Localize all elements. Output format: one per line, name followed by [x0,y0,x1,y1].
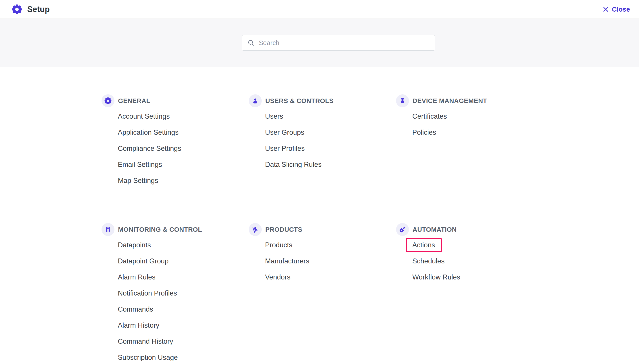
item-label: Commands [118,305,153,313]
section-title: MONITORING & CONTROL [118,226,202,233]
section-users-controls: USERS & CONTROLS Users User Groups User … [249,94,396,173]
item-label: Vendors [265,273,290,281]
section-monitoring-control: MONITORING & CONTROL Datapoints Datapoin… [102,223,249,364]
item-label: Command History [118,338,173,346]
search-icon [247,39,255,46]
search-box[interactable] [242,35,435,51]
setup-item-vendors[interactable]: Vendors [265,269,396,285]
setup-item-account-settings[interactable]: Account Settings [118,108,249,124]
item-label: User Profiles [265,144,304,152]
setup-content: GENERAL Account Settings Application Set… [0,67,639,364]
setup-item-commands[interactable]: Commands [118,301,249,318]
section-title: USERS & CONTROLS [265,97,334,104]
item-label: User Groups [265,128,304,136]
section-header: GENERAL [102,94,249,107]
section-title: PRODUCTS [265,226,302,233]
close-icon [602,6,609,13]
item-label: Notification Profiles [118,289,177,297]
setup-item-application-settings[interactable]: Application Settings [118,124,249,140]
item-label: Alarm Rules [118,273,156,281]
item-label: Certificates [412,112,447,120]
setup-item-workflow-rules[interactable]: Workflow Rules [412,269,543,285]
item-label: Email Settings [118,160,162,168]
section-header: DEVICE MANAGEMENT [396,94,543,107]
sliders-icon [102,223,114,236]
section-automation: AUTOMATION Actions Schedules Workflow Ru… [396,223,543,285]
section-items: Actions Schedules Workflow Rules [412,237,543,285]
section-header: PRODUCTS [249,223,396,236]
search-band [0,19,639,67]
item-label: Datapoints [118,241,151,249]
gear-icon [102,94,114,107]
handtruck-icon [249,223,262,236]
topbar: Setup Close [0,0,639,19]
item-label: Schedules [412,257,445,265]
section-general: GENERAL Account Settings Application Set… [102,94,249,189]
setup-item-policies[interactable]: Policies [412,124,543,140]
item-label: Manufacturers [265,257,309,265]
item-label: Actions [412,241,435,249]
user-icon [249,94,262,107]
section-header: AUTOMATION [396,223,543,236]
item-label: Policies [412,128,436,136]
section-device-management: DEVICE MANAGEMENT Certificates Policies [396,94,543,140]
setup-item-actions[interactable]: Actions [412,237,543,253]
setup-item-subscription-usage[interactable]: Subscription Usage [118,350,249,364]
search-input[interactable] [259,39,430,46]
setup-item-datapoint-group[interactable]: Datapoint Group [118,253,249,269]
section-title: GENERAL [118,97,150,104]
setup-item-alarm-history[interactable]: Alarm History [118,318,249,334]
topbar-left: Setup [12,4,50,15]
gear-wrench-icon [396,223,409,236]
section-items: Products Manufacturers Vendors [265,237,396,285]
section-title: AUTOMATION [412,226,457,233]
section-items: Datapoints Datapoint Group Alarm Rules N… [118,237,249,364]
item-label: Application Settings [118,128,178,136]
setup-item-data-slicing-rules[interactable]: Data Slicing Rules [265,156,396,173]
setup-item-user-profiles[interactable]: User Profiles [265,140,396,156]
highlight-box: Actions [406,238,442,252]
section-header: MONITORING & CONTROL [102,223,249,236]
setup-item-certificates[interactable]: Certificates [412,108,543,124]
setup-item-compliance-settings[interactable]: Compliance Settings [118,140,249,156]
close-button[interactable]: Close [602,6,630,13]
section-items: Certificates Policies [412,108,543,140]
setup-item-notification-profiles[interactable]: Notification Profiles [118,285,249,301]
item-label: Alarm History [118,322,159,330]
section-header: USERS & CONTROLS [249,94,396,107]
page-title: Setup [27,5,50,14]
setup-item-email-settings[interactable]: Email Settings [118,156,249,173]
close-label: Close [612,6,630,13]
setup-item-alarm-rules[interactable]: Alarm Rules [118,269,249,285]
setup-item-users[interactable]: Users [265,108,396,124]
item-label: Account Settings [118,112,170,120]
section-title: DEVICE MANAGEMENT [412,97,487,104]
item-label: Workflow Rules [412,273,460,281]
device-wifi-icon [396,94,409,107]
item-label: Subscription Usage [118,354,178,362]
section-products: PRODUCTS Products Manufacturers Vendors [249,223,396,285]
item-label: Map Settings [118,177,158,185]
section-items: Account Settings Application Settings Co… [118,108,249,189]
item-label: Products [265,241,292,249]
setup-item-command-history[interactable]: Command History [118,334,249,350]
setup-item-datapoints[interactable]: Datapoints [118,237,249,253]
setup-item-user-groups[interactable]: User Groups [265,124,396,140]
sections-grid: GENERAL Account Settings Application Set… [102,94,639,364]
setup-item-products[interactable]: Products [265,237,396,253]
item-label: Datapoint Group [118,257,168,265]
gear-icon [12,4,22,15]
item-label: Users [265,112,283,120]
section-items: Users User Groups User Profiles Data Sli… [265,108,396,173]
setup-item-manufacturers[interactable]: Manufacturers [265,253,396,269]
setup-item-schedules[interactable]: Schedules [412,253,543,269]
item-label: Data Slicing Rules [265,160,322,168]
setup-item-map-settings[interactable]: Map Settings [118,173,249,189]
item-label: Compliance Settings [118,144,181,152]
